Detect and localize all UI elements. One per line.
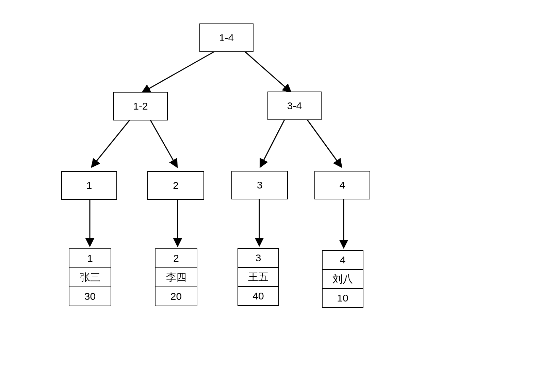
node-1-label: 1 bbox=[86, 180, 92, 191]
leaf-4-name: 刘八 bbox=[323, 270, 363, 289]
leaf-4-value: 10 bbox=[323, 289, 363, 307]
svg-line-3 bbox=[150, 120, 177, 167]
node-root-label: 1-4 bbox=[219, 32, 234, 44]
leaf-4: 4 刘八 10 bbox=[322, 250, 363, 308]
svg-line-4 bbox=[260, 120, 284, 167]
tree-diagram: 1-4 1-2 3-4 1 2 3 4 1 张三 30 2 李四 20 3 王五… bbox=[0, 0, 539, 392]
node-3-4: 3-4 bbox=[267, 92, 322, 120]
node-3: 3 bbox=[231, 171, 288, 199]
svg-line-0 bbox=[143, 51, 215, 92]
svg-line-5 bbox=[307, 120, 341, 167]
node-root: 1-4 bbox=[199, 23, 254, 52]
leaf-1-id: 1 bbox=[69, 249, 111, 268]
node-3-label: 3 bbox=[257, 179, 263, 191]
node-4-label: 4 bbox=[340, 179, 345, 191]
leaf-2: 2 李四 20 bbox=[155, 248, 197, 306]
leaf-2-id: 2 bbox=[156, 249, 197, 268]
leaf-1-value: 30 bbox=[69, 287, 111, 306]
leaf-3-name: 王五 bbox=[238, 268, 278, 287]
leaf-2-name: 李四 bbox=[156, 268, 197, 287]
node-4: 4 bbox=[314, 171, 370, 199]
svg-line-2 bbox=[92, 120, 130, 167]
leaf-3: 3 王五 40 bbox=[238, 248, 279, 306]
leaf-4-id: 4 bbox=[323, 251, 363, 270]
leaf-1: 1 张三 30 bbox=[69, 248, 111, 306]
leaf-3-value: 40 bbox=[238, 287, 278, 305]
node-1-2: 1-2 bbox=[113, 92, 168, 120]
leaf-3-id: 3 bbox=[238, 249, 278, 268]
node-1-2-label: 1-2 bbox=[133, 100, 148, 112]
leaf-2-value: 20 bbox=[156, 287, 197, 306]
node-1: 1 bbox=[61, 171, 117, 200]
leaf-1-name: 张三 bbox=[69, 268, 111, 287]
svg-line-1 bbox=[245, 51, 291, 92]
node-3-4-label: 3-4 bbox=[287, 100, 302, 112]
node-2-label: 2 bbox=[173, 180, 179, 191]
node-2: 2 bbox=[147, 171, 204, 200]
